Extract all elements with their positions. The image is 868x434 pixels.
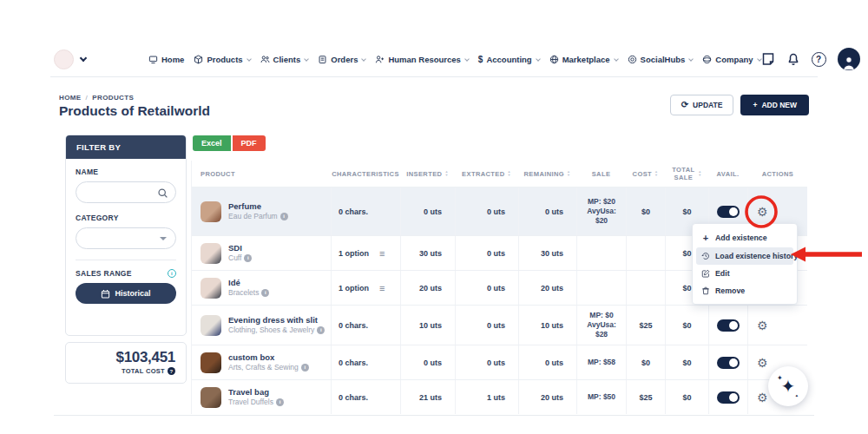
- col-remaining[interactable]: REMAINING▲▼: [518, 170, 576, 178]
- product-name[interactable]: SDI: [228, 243, 252, 253]
- note-icon[interactable]: [761, 52, 775, 66]
- product-image: [201, 278, 221, 299]
- export-pdf-button[interactable]: PDF: [233, 135, 266, 151]
- remaining-cell: 10 uts: [518, 306, 576, 345]
- globe-icon: [628, 55, 637, 64]
- chevron-down-icon: [304, 56, 309, 62]
- nav-item-marketplace[interactable]: Marketplace: [549, 55, 618, 64]
- nav-label: SocialHubs: [641, 55, 686, 64]
- product-name[interactable]: Travel bag: [228, 387, 284, 398]
- sort-icon[interactable]: ▲▼: [567, 170, 570, 178]
- options-list-icon[interactable]: ≡: [379, 283, 385, 293]
- nav-item-orders[interactable]: Orders: [318, 55, 365, 64]
- nav-item-home[interactable]: Home: [148, 55, 184, 64]
- sale-cell: MP: $50: [576, 380, 626, 414]
- availability-toggle[interactable]: [717, 357, 740, 369]
- sort-icon[interactable]: ▲▼: [508, 170, 511, 178]
- col-total-sale[interactable]: TOTAL SALE▲▼: [665, 166, 708, 181]
- info-icon[interactable]: i: [261, 289, 269, 297]
- chevron-down-icon: [614, 56, 619, 62]
- total-sale-cell: $0: [665, 345, 708, 379]
- user-plus-icon: [375, 55, 385, 64]
- col-cost[interactable]: COST▲▼: [626, 170, 665, 178]
- info-icon[interactable]: i: [301, 364, 309, 372]
- add-new-button[interactable]: + ADD NEW: [740, 95, 809, 115]
- product-name[interactable]: Perfume: [228, 201, 288, 212]
- inserted-cell: 21 uts: [400, 380, 455, 414]
- sort-icon[interactable]: ▲▼: [444, 170, 448, 178]
- update-button[interactable]: ⟳ UPDATE: [670, 95, 734, 115]
- nav-item-clients[interactable]: Clients: [260, 55, 309, 64]
- sort-icon[interactable]: ▲▼: [654, 170, 658, 178]
- table-row[interactable]: Evening dress with slitClothing, Shoes &…: [192, 305, 807, 345]
- workspace-switcher[interactable]: [54, 49, 86, 69]
- info-icon[interactable]: i: [317, 326, 325, 334]
- availability-toggle[interactable]: [717, 206, 740, 218]
- info-icon[interactable]: i: [276, 398, 284, 406]
- product-name[interactable]: Evening dress with slit: [228, 315, 325, 326]
- menu-item-load-existence-history[interactable]: Load existence history: [696, 247, 793, 265]
- filter-panel-header: FILTER BY: [66, 135, 186, 159]
- assistant-fab[interactable]: ✦ ✦ ✦: [768, 366, 808, 406]
- col-avail[interactable]: AVAIL.: [708, 170, 747, 178]
- search-icon[interactable]: [157, 187, 168, 202]
- info-icon[interactable]: i: [280, 213, 288, 220]
- col-extracted[interactable]: EXTRACTED▲▼: [455, 170, 518, 178]
- sort-icon[interactable]: ▲▼: [698, 170, 701, 178]
- col-product[interactable]: PRODUCT: [192, 170, 331, 178]
- category-select[interactable]: [76, 227, 176, 249]
- availability-toggle[interactable]: [717, 391, 740, 404]
- cost-cell: $25: [626, 380, 665, 414]
- gear-icon[interactable]: ⚙: [757, 206, 768, 218]
- sale-cell: MP: $20 AvyUsa: $20: [576, 187, 626, 235]
- menu-item-label: Edit: [715, 269, 730, 278]
- user-avatar[interactable]: [838, 48, 860, 70]
- dollar-icon: $: [478, 55, 483, 64]
- bell-icon[interactable]: [786, 52, 800, 66]
- table-row[interactable]: custom boxArts, Crafts & Sewingi 0 chars…: [192, 345, 807, 379]
- export-excel-button[interactable]: Excel: [193, 135, 231, 151]
- chevron-down-icon: [362, 56, 367, 62]
- product-name[interactable]: custom box: [228, 352, 309, 363]
- nav-item-accounting[interactable]: $ Accounting: [478, 55, 540, 64]
- gear-icon[interactable]: ⚙: [757, 357, 768, 369]
- nav-item-human-resources[interactable]: Human Resources: [375, 55, 468, 64]
- nav-item-company[interactable]: Company: [702, 55, 760, 64]
- extracted-cell: 0 uts: [455, 271, 518, 305]
- col-characteristics[interactable]: CHARACTERISTICS: [331, 170, 400, 178]
- chevron-down-icon: [536, 56, 541, 62]
- nav-label: Company: [715, 55, 753, 64]
- breadcrumb-home[interactable]: HOME: [59, 94, 82, 102]
- historical-button[interactable]: Historical: [76, 283, 176, 304]
- menu-item-remove[interactable]: Remove: [696, 282, 793, 299]
- menu-item-label: Load existence history: [715, 252, 798, 260]
- nav-item-products[interactable]: Products: [194, 55, 250, 64]
- menu-item-add-existence[interactable]: + Add existence: [696, 228, 793, 247]
- help-icon[interactable]: ?: [812, 52, 826, 67]
- actions-context-menu: + Add existence Load existence history E…: [692, 223, 798, 305]
- chevron-down-icon: [80, 54, 87, 61]
- gear-icon[interactable]: ⚙: [757, 319, 768, 332]
- menu-item-edit[interactable]: Edit: [696, 265, 793, 282]
- table-row[interactable]: Travel bagTravel Duffelsi 0 chars. 21 ut…: [192, 379, 807, 414]
- nav-label: Products: [207, 55, 242, 64]
- product-name[interactable]: Idé: [228, 278, 269, 288]
- question-icon[interactable]: ?: [168, 367, 175, 375]
- chevron-down-icon: [689, 56, 694, 62]
- nav-label: Marketplace: [562, 55, 610, 64]
- info-icon[interactable]: i: [244, 254, 252, 262]
- info-icon[interactable]: i: [168, 269, 176, 278]
- name-search-field: [76, 181, 176, 203]
- options-list-icon[interactable]: ≡: [379, 248, 385, 259]
- sparkle-icon: ✦: [795, 393, 799, 398]
- update-label: UPDATE: [693, 101, 722, 109]
- col-inserted[interactable]: INSERTED▲▼: [400, 170, 455, 178]
- availability-toggle[interactable]: [717, 319, 740, 332]
- col-actions[interactable]: ACTIONS: [747, 170, 808, 178]
- historical-label: Historical: [115, 289, 150, 298]
- col-sale[interactable]: SALE: [576, 170, 626, 178]
- gear-icon[interactable]: ⚙: [757, 391, 768, 404]
- nav-label: Accounting: [486, 55, 531, 64]
- nav-item-socialhubs[interactable]: SocialHubs: [628, 55, 694, 64]
- sale-cell: [576, 236, 626, 270]
